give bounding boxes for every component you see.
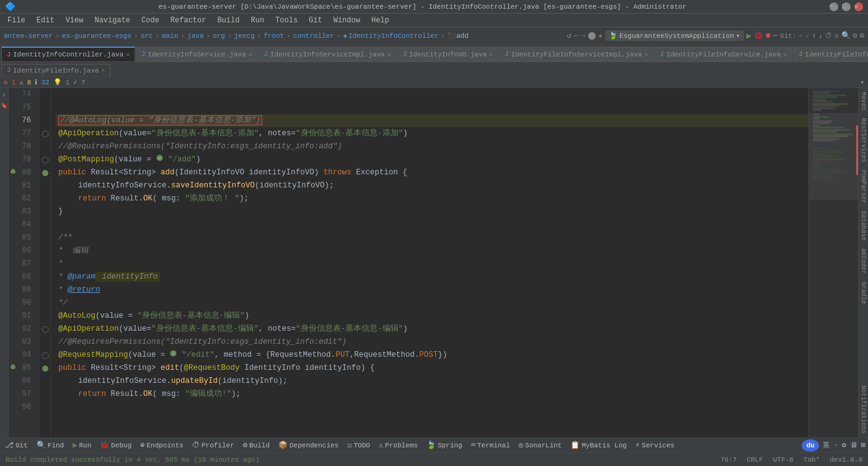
- gutter-icons: [40, 88, 51, 437]
- tab-close-button[interactable]: ✕: [644, 51, 648, 58]
- todo-tool-button[interactable]: ☑ TODO: [345, 439, 373, 451]
- breadcrumb-org[interactable]: org: [213, 32, 225, 40]
- git-label[interactable]: Git:: [780, 32, 796, 40]
- run-tool-button[interactable]: ▶ Run: [70, 439, 94, 451]
- bookmark2-icon[interactable]: ★: [598, 31, 603, 40]
- gradle-panel-label[interactable]: Gradle: [859, 278, 868, 308]
- secondary-tab-identity-file-info[interactable]: J IdentityFileInfo.java ✕: [1, 64, 110, 76]
- sonarlint-tool-button[interactable]: ◎ SonarLint: [516, 439, 565, 451]
- minimap[interactable]: [808, 88, 858, 437]
- bookmark-gutter-icon[interactable]: 🔖: [1, 102, 7, 109]
- tab-identity-file-info-service[interactable]: J IdentityFileInfoService.java ✕: [654, 47, 792, 61]
- menu-window[interactable]: Window: [329, 15, 365, 26]
- find-icon[interactable]: 🔍: [841, 31, 851, 40]
- tab-identity-file-info-service-impl[interactable]: J IdentityFileInfoServiceImpl.java ✕: [499, 47, 653, 61]
- menu-edit[interactable]: Edit: [32, 15, 60, 26]
- services-tool-button[interactable]: ⚡ Services: [633, 439, 677, 451]
- refresh-icon[interactable]: ↺: [567, 31, 571, 40]
- breadcrumb-java[interactable]: java: [187, 32, 203, 40]
- line-ending-indicator[interactable]: CRLF: [745, 456, 764, 464]
- menu-run[interactable]: Run: [246, 15, 269, 26]
- pom-parser-panel-label[interactable]: PomParser: [859, 166, 868, 207]
- breadcrumb-main[interactable]: main: [162, 32, 178, 40]
- breadcrumb-esgs[interactable]: es-guarantee-esgs: [62, 32, 131, 40]
- annotation-marker-94: [42, 352, 49, 359]
- maximize-button[interactable]: □: [842, 2, 851, 11]
- problems-tool-button[interactable]: ⚠ Problems: [376, 439, 420, 451]
- terminal-tool-button[interactable]: ⌨ Terminal: [469, 439, 513, 451]
- breadcrumb-controller[interactable]: controller: [293, 32, 334, 40]
- git-revert[interactable]: ↺: [835, 32, 839, 40]
- git-history[interactable]: ⏱: [825, 32, 832, 40]
- build-tool-button[interactable]: ⚙ Build: [241, 439, 272, 451]
- close-button[interactable]: ✕: [854, 2, 863, 11]
- menu-refactor[interactable]: Refactor: [166, 15, 211, 26]
- forward-icon[interactable]: →: [581, 32, 585, 40]
- run-config-dropdown[interactable]: 🍃 EsguaranteeSystemApplication ▾: [605, 30, 743, 41]
- back-icon[interactable]: ←: [574, 32, 578, 40]
- more-button[interactable]: ⋯: [773, 31, 777, 40]
- maven-panel-label[interactable]: Maven: [859, 88, 868, 114]
- tab-close-button[interactable]: ✕: [388, 51, 391, 58]
- akcoder-panel-label[interactable]: aKCoder: [859, 244, 868, 278]
- search2-icon[interactable]: ⬤: [588, 31, 596, 40]
- display-icon[interactable]: 🖥: [850, 441, 857, 450]
- stop-button[interactable]: ■: [766, 31, 771, 40]
- code-line-82: return Result.OK( msg: "添加成功！ ");: [56, 192, 808, 205]
- tab-identity-info-controller[interactable]: J IdentityInfoController.java ✕: [1, 47, 135, 61]
- profiler-tool-button[interactable]: ⏱ Profiler: [190, 439, 237, 451]
- tab-close-button[interactable]: ✕: [249, 51, 252, 58]
- settings-icon[interactable]: ⚙: [853, 31, 857, 40]
- debug-button[interactable]: 🐞: [754, 31, 763, 40]
- menu-file[interactable]: File: [2, 15, 30, 26]
- line-col-indicator[interactable]: 76:7: [719, 456, 738, 464]
- endpoints-tool-button[interactable]: ⊕ Endpoints: [138, 439, 186, 451]
- ime-label[interactable]: 英: [823, 441, 830, 450]
- tab-close-button[interactable]: ✕: [126, 51, 130, 58]
- indent-indicator[interactable]: Tab*: [802, 456, 822, 464]
- build-status[interactable]: Build completed successfully in 4 sec, 5…: [4, 456, 261, 464]
- debug-tool-button[interactable]: 🐞 Debug: [97, 439, 134, 451]
- breadcrumb-src[interactable]: src: [141, 32, 153, 40]
- menu-help[interactable]: Help: [366, 15, 394, 26]
- breadcrumb-front[interactable]: front: [264, 32, 284, 40]
- spring-tool-button[interactable]: 🍃 Spring: [424, 439, 465, 451]
- breadcrumb-jeecg[interactable]: jeecg: [234, 32, 255, 40]
- tab-identity-info-service[interactable]: J IdentityInfoService.java ✕: [136, 47, 257, 61]
- git-push[interactable]: ↑: [812, 32, 817, 40]
- rest-services-panel-label[interactable]: RestServices: [859, 114, 868, 166]
- git-update[interactable]: ↓: [818, 32, 823, 40]
- find-tool-button[interactable]: 🔍 Find: [34, 439, 66, 451]
- dependencies-tool-button[interactable]: 📦 Dependencies: [276, 439, 341, 451]
- menu-git[interactable]: Git: [304, 15, 327, 26]
- ime-dot-icon[interactable]: ·: [833, 441, 838, 450]
- tab-close-button[interactable]: ✕: [489, 51, 493, 58]
- charset-indicator[interactable]: UTF-8: [771, 456, 795, 464]
- menu-build[interactable]: Build: [212, 15, 244, 26]
- baidu-input-icon[interactable]: du: [802, 439, 819, 452]
- code-editor[interactable]: //@AutoLog(value = "身份信息表-基本信息-添加") @Api…: [51, 88, 808, 437]
- mybatis-log-tool-button[interactable]: 📋 MyBatis Log: [568, 439, 629, 451]
- breadcrumb-antee-server[interactable]: antee-server: [4, 32, 53, 40]
- database-panel-label[interactable]: Database: [859, 207, 868, 244]
- tab-identity-file-info-controller[interactable]: J IdentityFileInfoController.java ✕: [793, 47, 868, 61]
- ime-settings-icon[interactable]: ⚙: [842, 441, 846, 450]
- grid-icon[interactable]: ⊞: [861, 441, 866, 450]
- layout-icon[interactable]: ⊞: [860, 31, 864, 40]
- menu-view[interactable]: View: [61, 15, 89, 26]
- structure-icon[interactable]: ≡: [2, 92, 6, 99]
- git-tool-button[interactable]: ⎇ Git: [2, 439, 30, 451]
- tab-identity-info-vo[interactable]: J IdentityInfoVO.java ✕: [397, 47, 498, 61]
- branch-indicator[interactable]: dev1.0.0: [828, 456, 864, 464]
- menu-tools[interactable]: Tools: [270, 15, 303, 26]
- menu-navigate[interactable]: Navigate: [89, 15, 135, 26]
- breadcrumb-class[interactable]: IdentityInfoController: [348, 32, 438, 40]
- tab-close-button[interactable]: ✕: [783, 51, 787, 58]
- tab-identity-info-service-impl[interactable]: J IdentityInfoServiceImpl.java ✕: [259, 47, 397, 61]
- collapse-inspections-button[interactable]: ▾: [860, 78, 864, 86]
- menu-code[interactable]: Code: [136, 15, 164, 26]
- notifications-panel-label[interactable]: Notifications: [859, 382, 868, 437]
- run-button[interactable]: ▶: [746, 30, 751, 41]
- minimize-button[interactable]: ─: [830, 2, 838, 11]
- secondary-tab-close[interactable]: ✕: [102, 67, 105, 74]
